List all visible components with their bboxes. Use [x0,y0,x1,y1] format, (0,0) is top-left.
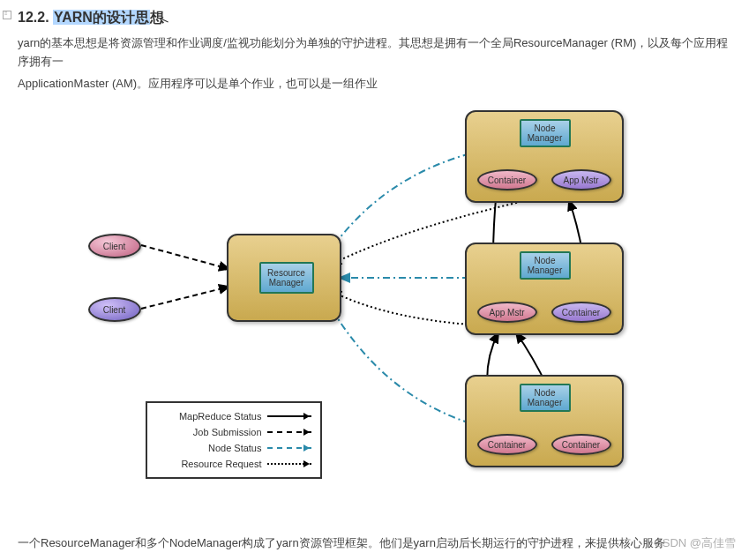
nm2-container: Container [551,302,611,323]
node-manager-box-2: Node Manager App Mstr Container [465,243,624,335]
diagram-legend: MapReduce Status Job Submission Node Sta… [146,401,322,479]
client-2-label: Client [103,305,126,315]
watermark: CSDN @高佳雪 [654,535,736,551]
toc-icon: ≡ [3,11,11,19]
legend-resource: Resource Request [156,456,311,472]
heading-rest: 想 [150,10,164,25]
client-node-2: Client [88,297,141,322]
heading-highlight: YARN的设计思 [53,10,150,25]
nm3-container2: Container [551,434,611,455]
nm2-appmstr: App Mstr [477,302,537,323]
legend-mapreduce: MapReduce Status [156,408,311,424]
nm3-label: Node Manager [520,384,571,412]
nm1-appmstr: App Mstr [551,169,611,190]
intro-paragraph-1: yarn的基本思想是将资源管理和作业调度/监视功能划分为单独的守护进程。其思想是… [18,34,731,71]
nm1-label: Node Manager [520,119,571,147]
nm3-container1: Container [477,434,537,455]
legend-job: Job Submission [156,424,311,440]
section-heading: 12.2. YARN的设计思想 [18,9,731,27]
section-number: 12.2. [18,10,49,25]
node-manager-box-3: Node Manager Container Container [465,375,624,467]
intro-paragraph-2: ApplicationMaster (AM)。应用程序可以是单个作业，也可以是一… [18,75,731,93]
legend-node: Node Status [156,440,311,456]
nm1-container: Container [477,169,537,190]
client-1-label: Client [103,242,126,251]
nm2-label: Node Manager [520,251,571,280]
resource-manager-box: Resource Manager [227,234,341,322]
client-node-1: Client [88,234,141,258]
footer-paragraph: 一个ResourceManager和多个NodeManager构成了yarn资源… [18,535,731,551]
node-manager-box-1: Node Manager Container App Mstr [465,110,624,203]
yarn-architecture-diagram: Client Client Resource Manager Node Mana… [57,101,693,507]
resource-manager: Resource Manager [259,262,314,294]
